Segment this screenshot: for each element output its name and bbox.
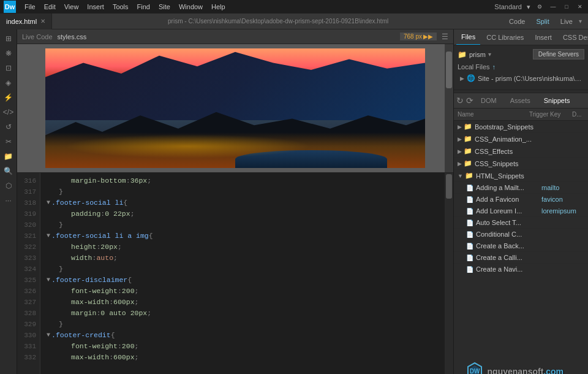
live-code-right: 768 px ▶▶ ☰	[400, 32, 448, 41]
preview-scrollbar[interactable]	[445, 44, 453, 172]
snippet-name: Adding a Mailt...	[476, 184, 541, 191]
css-icon[interactable]: ❋	[2, 47, 15, 60]
snippet-file-icon: 📄	[466, 254, 473, 261]
minimize-button[interactable]: —	[549, 2, 557, 11]
code-line-317: }	[47, 186, 445, 197]
tab-css-designer[interactable]: CSS Designer	[558, 29, 588, 45]
menubar: Dw File Edit View Insert Tools Find Site…	[0, 0, 588, 13]
define-servers-button[interactable]: Define Servers	[533, 49, 584, 59]
tab-assets[interactable]: Assets	[504, 93, 537, 109]
line-321: 321	[17, 231, 36, 242]
tab-dom[interactable]: DOM	[475, 93, 503, 109]
scrollbar-thumb[interactable]	[446, 52, 452, 88]
menu-tools[interactable]: Tools	[109, 2, 132, 12]
history-icon[interactable]: ↺	[2, 120, 15, 134]
watermark-domain: .com	[543, 367, 564, 375]
dom-icon[interactable]: ⊡	[2, 61, 15, 75]
snippet-adding-mailto[interactable]: 📄 Adding a Mailt... mailto	[454, 182, 588, 194]
menu-window[interactable]: Window	[175, 2, 206, 12]
snippet-conditional[interactable]: 📄 Conditional C...	[454, 229, 588, 240]
toolbar: index.html ✕ prism - C:\Users\nishkuma\D…	[0, 13, 588, 29]
snippet-name: Conditional C...	[476, 231, 584, 238]
line-327: 327	[17, 297, 36, 308]
snippet-create-navi[interactable]: 📄 Create a Navi...	[454, 264, 588, 275]
code-line-320: }	[47, 219, 445, 231]
tab-close-icon[interactable]: ✕	[40, 18, 45, 25]
code-scrollbar[interactable]	[445, 173, 453, 374]
files-icon[interactable]: 📁	[2, 150, 15, 163]
live-view-button[interactable]: Live	[556, 17, 578, 26]
snippet-name: Add Loreum I...	[476, 207, 541, 215]
menu-insert[interactable]: Insert	[83, 2, 108, 12]
code-line-319: padding: 0 22px;	[47, 208, 445, 219]
site-icon: 🌐	[467, 74, 475, 82]
snippet-folder-icon: 📁	[464, 135, 472, 143]
snippet-css-animation[interactable]: ▶ 📁 CSS_Animation_...	[454, 133, 588, 145]
behaviors-icon[interactable]: ⚡	[2, 91, 15, 104]
snip-expand-icon: ▶	[458, 148, 462, 155]
snippet-auto-select[interactable]: 📄 Auto Select T...	[454, 217, 588, 229]
code-line-329: }	[47, 319, 445, 330]
filter-icon[interactable]: ☰	[442, 32, 448, 41]
code-line-316: margin-bottom: 36px;	[47, 175, 445, 186]
menu-find[interactable]: Find	[134, 2, 154, 12]
folder-dropdown-icon[interactable]: ▾	[488, 51, 491, 58]
snippet-html-snippets[interactable]: ▼ 📁 HTML_Snippets	[454, 170, 588, 182]
tab-files[interactable]: Files	[456, 29, 480, 45]
snippet-css-snippets[interactable]: ▶ 📁 CSS_Snippets	[454, 158, 588, 170]
code-editor[interactable]: 316 317 318 319 320 321 322 323 324 325 …	[17, 173, 453, 374]
app-logo: Dw	[4, 1, 16, 13]
menu-view[interactable]: View	[61, 2, 83, 12]
menu-file[interactable]: File	[21, 2, 39, 12]
bottom-tabs: ↻ ⟳ DOM Assets Snippets	[454, 93, 588, 109]
assets-icon[interactable]: ◈	[2, 76, 15, 90]
search-icon[interactable]: 🔍	[2, 164, 15, 178]
split-view-button[interactable]: Split	[531, 17, 554, 26]
maximize-button[interactable]: □	[562, 2, 571, 11]
insert-icon[interactable]: ⊞	[2, 32, 15, 45]
snippet-name: CSS_Effects	[475, 148, 584, 155]
refresh-icons: ↻ ⟳	[456, 96, 473, 105]
snippet-css-effects[interactable]: ▶ 📁 CSS_Effects	[454, 145, 588, 158]
line-316: 316	[17, 175, 36, 186]
sync-icon[interactable]: ⟳	[466, 96, 473, 105]
close-button[interactable]: ✕	[576, 2, 584, 11]
local-files-arrow: ↑	[492, 63, 496, 71]
snippet-name: Add a Favicon	[476, 196, 541, 203]
refresh-icon[interactable]: ↻	[456, 96, 464, 105]
more-icon[interactable]: ···	[2, 194, 15, 207]
preview-image	[45, 48, 425, 168]
components-icon[interactable]: ⬡	[2, 179, 15, 193]
snippet-create-calli[interactable]: 📄 Create a Calli...	[454, 252, 588, 264]
right-panel: Files CC Libraries Insert CSS Designer 📁…	[453, 29, 588, 374]
menu-site[interactable]: Site	[155, 2, 174, 12]
code-view-button[interactable]: Code	[504, 17, 530, 26]
tag-icon[interactable]: </>	[2, 105, 15, 119]
snippet-create-back[interactable]: 📄 Create a Back...	[454, 240, 588, 252]
tab-snippets[interactable]: Snippets	[538, 93, 576, 109]
tab-index-html[interactable]: index.html ✕	[0, 13, 52, 29]
main-layout: ⊞ ❋ ⊡ ◈ ⚡ </> ↺ ✂ 📁 🔍 ⬡ ··· Live Code st…	[0, 29, 588, 374]
live-dropdown-arrow[interactable]: ▾	[579, 18, 582, 25]
snip-expand-icon: ▶	[458, 161, 462, 167]
tab-cc-libraries[interactable]: CC Libraries	[481, 29, 529, 45]
code-line-323: width: auto;	[47, 253, 445, 264]
snip-expand-icon: ▼	[458, 173, 463, 179]
code-scrollbar-thumb[interactable]	[446, 174, 452, 199]
snippet-add-favicon[interactable]: 📄 Add a Favicon favicon	[454, 194, 588, 205]
line-numbers: 316 317 318 319 320 321 322 323 324 325 …	[17, 173, 40, 374]
folder-icon: 📁	[458, 50, 467, 59]
menu-help[interactable]: Help	[208, 2, 229, 12]
file-tree-site[interactable]: ▶ 🌐 Site - prism (C:\Users\nishkuma\Desk…	[458, 73, 584, 83]
snippet-bootstrap[interactable]: ▶ 📁 Bootstrap_Snippets	[454, 121, 588, 133]
snip-col-d: D...	[572, 111, 584, 118]
tab-label: index.html	[6, 18, 37, 25]
snip-col-name: Name	[458, 111, 529, 118]
gear-icon[interactable]: ⚙	[535, 2, 544, 11]
snippet-file-icon: 📄	[466, 196, 473, 203]
tab-insert[interactable]: Insert	[530, 29, 557, 45]
snippets-icon[interactable]: ✂	[2, 135, 15, 148]
snippet-name: Create a Back...	[476, 242, 584, 250]
menu-edit[interactable]: Edit	[40, 2, 59, 12]
snippet-lorem[interactable]: 📄 Add Loreum I... loremipsum	[454, 205, 588, 217]
